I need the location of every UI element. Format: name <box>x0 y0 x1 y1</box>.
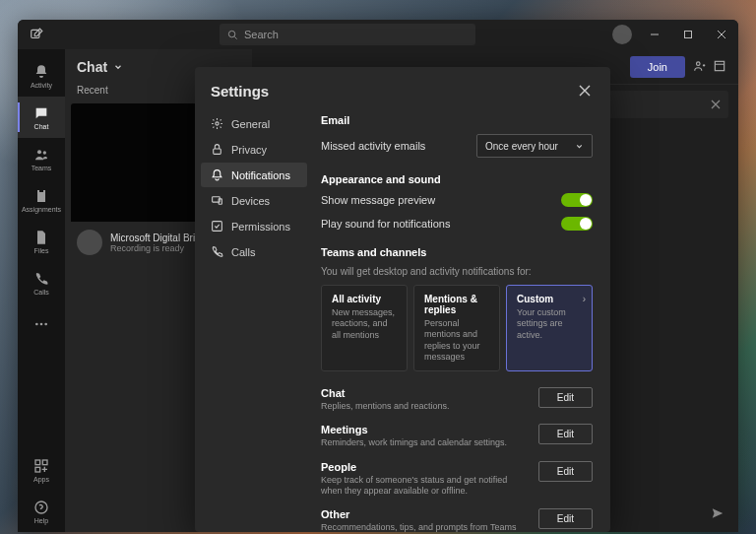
title-bar: Search <box>18 20 738 49</box>
rail-activity[interactable]: Activity <box>18 55 65 97</box>
join-button[interactable]: Join <box>630 56 685 78</box>
chevron-right-icon: › <box>583 294 586 304</box>
new-chat-button[interactable] <box>26 24 47 45</box>
svg-point-6 <box>40 323 43 326</box>
rail-help[interactable]: Help <box>18 491 65 532</box>
section-heading: Appearance and sound <box>321 173 593 185</box>
card-all-activity[interactable]: All activity New messages, reactions, an… <box>321 285 408 371</box>
settings-close-button[interactable] <box>575 81 595 100</box>
rail-assignments[interactable]: Assignments <box>18 179 65 221</box>
phone-icon <box>33 271 49 287</box>
section-desc: Keep track of someone's status and get n… <box>321 475 529 498</box>
settings-nav-privacy[interactable]: Privacy <box>201 137 307 162</box>
sound-toggle[interactable] <box>561 217 593 231</box>
nav-label: Privacy <box>231 144 267 156</box>
svg-point-3 <box>37 150 41 154</box>
user-avatar[interactable] <box>612 25 632 44</box>
rail-files[interactable]: Files <box>18 221 65 262</box>
settings-title: Settings <box>211 83 269 100</box>
settings-dialog: Settings General Privacy Notifications <box>195 67 610 532</box>
nav-label: Notifications <box>231 169 290 181</box>
app-window: Search Activity Chat Teams Assignments <box>18 20 738 532</box>
section-email: Email Missed activity emails Once every … <box>321 114 593 158</box>
card-title: All activity <box>332 294 397 304</box>
card-desc: Your custom settings are active. <box>517 307 582 341</box>
section-teams-channels: Teams and channels You will get desktop … <box>321 246 593 371</box>
section-heading: Other <box>321 508 516 520</box>
svg-point-4 <box>43 151 46 154</box>
app-rail: Activity Chat Teams Assignments Files Ca… <box>18 49 65 532</box>
section-appearance: Appearance and sound Show message previe… <box>321 173 593 231</box>
phone-icon <box>211 245 223 258</box>
card-custom[interactable]: › Custom Your custom settings are active… <box>506 285 593 371</box>
chevron-down-icon <box>113 62 123 72</box>
settings-nav-general[interactable]: General <box>201 111 307 136</box>
send-icon[interactable] <box>711 506 724 520</box>
bell-icon <box>33 64 49 80</box>
search-icon <box>227 30 238 40</box>
settings-content: Email Missed activity emails Once every … <box>313 110 610 532</box>
svg-point-5 <box>35 323 38 326</box>
settings-nav-permissions[interactable]: Permissions <box>201 214 307 238</box>
files-icon <box>33 230 49 245</box>
settings-nav-calls[interactable]: Calls <box>201 239 307 264</box>
popout-icon[interactable] <box>713 59 726 75</box>
section-heading: People <box>321 461 529 473</box>
svg-point-1 <box>228 31 234 36</box>
lock-icon <box>211 143 223 156</box>
edit-chat-button[interactable]: Edit <box>538 387 593 408</box>
rail-calls[interactable]: Calls <box>18 262 65 303</box>
maximize-button[interactable] <box>671 20 705 49</box>
chat-header-title: Chat <box>77 59 107 75</box>
svg-rect-10 <box>35 467 40 472</box>
participants-icon[interactable] <box>693 59 707 75</box>
settings-nav: General Privacy Notifications Devices Pe… <box>195 110 313 532</box>
section-heading: Teams and channels <box>321 246 593 258</box>
rail-label: Chat <box>34 123 49 130</box>
rail-label: Teams <box>32 165 52 171</box>
assignments-icon <box>33 188 49 204</box>
nav-label: General <box>231 118 270 130</box>
svg-rect-20 <box>214 149 221 154</box>
devices-icon <box>211 194 223 207</box>
rail-more[interactable] <box>18 303 65 345</box>
close-icon <box>579 85 591 97</box>
card-mentions-replies[interactable]: Mentions & replies Personal mentions and… <box>413 285 500 371</box>
row-label: Play sound for notifications <box>321 218 450 230</box>
minimize-button[interactable] <box>638 20 671 49</box>
settings-nav-notifications[interactable]: Notifications <box>201 163 307 187</box>
rail-teams[interactable]: Teams <box>18 138 65 179</box>
edit-people-button[interactable]: Edit <box>538 461 593 482</box>
row-label: Show message preview <box>321 194 435 206</box>
section-heading: Meetings <box>321 424 507 435</box>
chat-icon <box>33 105 49 121</box>
rail-label: Files <box>34 247 49 254</box>
rail-apps[interactable]: Apps <box>18 449 65 491</box>
message-preview-toggle[interactable] <box>561 193 593 207</box>
card-desc: New messages, reactions, and all mention… <box>332 307 397 341</box>
svg-rect-8 <box>35 460 40 465</box>
settings-nav-devices[interactable]: Devices <box>201 188 307 213</box>
close-window-button[interactable] <box>705 20 738 49</box>
section-desc: Recommendations, tips, and prompts from … <box>321 522 516 532</box>
edit-meetings-button[interactable]: Edit <box>538 424 593 444</box>
ellipsis-icon <box>33 316 49 332</box>
search-placeholder: Search <box>244 29 279 40</box>
missed-emails-dropdown[interactable]: Once every hour <box>476 134 593 158</box>
help-icon <box>33 500 49 515</box>
chevron-down-icon <box>575 142 584 151</box>
card-title: Custom <box>517 294 582 304</box>
edit-other-button[interactable]: Edit <box>538 508 593 529</box>
row-label: Missed activity emails <box>321 140 425 152</box>
section-desc: Replies, mentions and reactions. <box>321 401 450 412</box>
rail-chat[interactable]: Chat <box>18 97 65 138</box>
close-icon[interactable] <box>711 96 721 113</box>
chat-item-subtitle: Recording is ready <box>110 243 206 253</box>
section-meetings: Meetings Reminders, work timings and cal… <box>321 424 593 448</box>
nav-label: Permissions <box>231 221 290 233</box>
header-actions <box>693 59 726 75</box>
bell-icon <box>211 168 223 181</box>
section-hint: You will get desktop and activity notifi… <box>321 266 593 277</box>
dropdown-value: Once every hour <box>485 141 558 152</box>
search-box[interactable]: Search <box>220 24 475 45</box>
